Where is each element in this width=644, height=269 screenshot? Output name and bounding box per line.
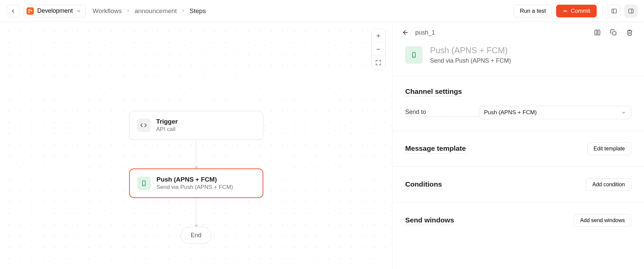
delete-button[interactable]: [625, 27, 635, 38]
message-template-heading: Message template: [405, 144, 466, 153]
breadcrumb-announcement[interactable]: announcement: [135, 7, 177, 15]
chevron-down-icon: [76, 8, 82, 14]
panel-subtitle: Send via Push (APNS + FCM): [430, 57, 511, 64]
chevron-right-icon: [181, 7, 185, 15]
commit-label: Commit: [571, 8, 590, 14]
edit-template-label: Edit template: [594, 146, 625, 152]
divider: [602, 7, 602, 15]
panel-title-block: Push (APNS + FCM) Send via Push (APNS + …: [392, 38, 644, 76]
details-panel: push_1 Push (APNS + FCM) Send via P: [392, 22, 644, 269]
send-windows-section: Send windows Add send windows: [392, 203, 644, 238]
environment-selector[interactable]: Development: [23, 5, 86, 17]
push-subtitle: Send via Push (APNS + FCM): [157, 184, 233, 191]
commit-button[interactable]: Commit: [556, 5, 597, 17]
left-panel-toggle[interactable]: [608, 5, 621, 17]
edge: [196, 140, 196, 169]
duplicate-button[interactable]: [608, 27, 619, 38]
panel-title: Push (APNS + FCM): [430, 46, 511, 55]
breadcrumb-steps[interactable]: Steps: [190, 7, 206, 15]
node-column: Trigger API call Push (APNS + FCM) Send …: [129, 111, 263, 244]
docs-button[interactable]: [592, 27, 602, 38]
svg-point-0: [29, 9, 30, 10]
panel-right-icon: [628, 8, 634, 14]
commit-icon: [562, 8, 568, 14]
add-condition-button[interactable]: Add condition: [586, 178, 631, 191]
send-to-value: Push (APNS + FCM): [484, 109, 621, 116]
run-test-button[interactable]: Run a test: [514, 5, 552, 17]
code-icon: [137, 119, 150, 132]
svg-point-1: [29, 12, 30, 13]
breadcrumb-workflows[interactable]: Workflows: [93, 7, 122, 15]
send-to-label: Send to: [405, 109, 479, 117]
chevron-down-icon: [621, 110, 626, 115]
panel-left-icon: [611, 8, 617, 14]
send-windows-heading: Send windows: [405, 216, 454, 225]
end-node[interactable]: End: [181, 227, 211, 244]
trash-icon: [626, 29, 633, 36]
environment-label: Development: [37, 7, 73, 14]
chevron-right-icon: [126, 7, 130, 15]
zoom-in-button[interactable]: [372, 29, 385, 43]
breadcrumb: Workflows announcement Steps: [93, 7, 206, 15]
edit-template-button[interactable]: Edit template: [587, 142, 631, 155]
zoom-out-button[interactable]: [372, 43, 385, 56]
add-send-windows-label: Add send windows: [580, 217, 625, 223]
panel-back-button[interactable]: [402, 29, 409, 36]
phone-icon: [137, 177, 151, 190]
send-to-row: Send to Push (APNS + FCM): [405, 106, 631, 119]
push-title: Push (APNS + FCM): [157, 176, 233, 183]
channel-settings-section: Channel settings Send to Push (APNS + FC…: [392, 76, 644, 131]
zoom-controls: [371, 29, 385, 70]
add-send-windows-button[interactable]: Add send windows: [574, 214, 631, 227]
arrow-left-icon: [402, 29, 409, 36]
chevron-left-icon: [10, 8, 16, 14]
trigger-subtitle: API call: [156, 126, 178, 133]
svg-rect-8: [629, 9, 633, 13]
panel-actions: [592, 27, 635, 38]
trigger-title: Trigger: [156, 118, 178, 125]
branch-icon: [26, 7, 34, 15]
copy-icon: [610, 29, 617, 36]
step-id: push_1: [415, 29, 435, 36]
run-test-label: Run a test: [520, 8, 546, 14]
svg-rect-16: [613, 32, 616, 35]
phone-icon: [405, 46, 423, 64]
conditions-heading: Conditions: [405, 180, 442, 189]
send-to-select[interactable]: Push (APNS + FCM): [479, 106, 631, 119]
right-panel-toggle[interactable]: [625, 5, 637, 17]
minus-icon: [375, 46, 381, 52]
fit-view-button[interactable]: [372, 56, 385, 69]
plus-icon: [375, 33, 381, 39]
top-bar: Development Workflows announcement Steps…: [0, 0, 644, 22]
svg-point-3: [565, 10, 566, 12]
back-button[interactable]: [7, 5, 19, 17]
channel-settings-heading: Channel settings: [405, 87, 462, 96]
panel-header: push_1: [392, 22, 644, 38]
conditions-section: Conditions Add condition: [392, 167, 644, 203]
trigger-node[interactable]: Trigger API call: [129, 111, 263, 140]
edge: [196, 198, 196, 227]
add-condition-label: Add condition: [592, 182, 625, 188]
push-node[interactable]: Push (APNS + FCM) Send via Push (APNS + …: [129, 169, 263, 198]
message-template-section: Message template Edit template: [392, 131, 644, 167]
svg-rect-6: [612, 9, 616, 13]
expand-icon: [375, 60, 381, 66]
main-area: Trigger API call Push (APNS + FCM) Send …: [0, 22, 644, 269]
workflow-canvas[interactable]: Trigger API call Push (APNS + FCM) Send …: [0, 22, 392, 269]
book-icon: [594, 29, 601, 36]
